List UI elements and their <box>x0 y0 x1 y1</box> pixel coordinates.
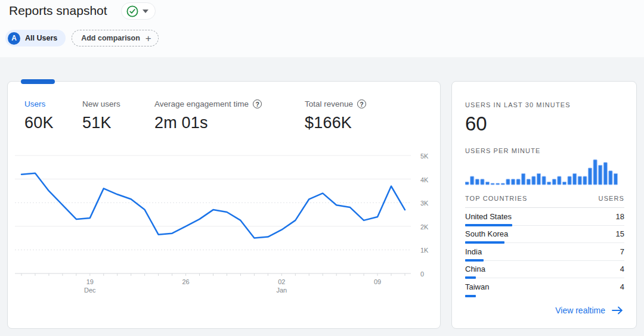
avatar: A <box>8 32 20 45</box>
table-row: South Korea 15 <box>465 226 624 244</box>
help-icon[interactable] <box>357 99 366 108</box>
country-name: South Korea <box>465 229 508 238</box>
view-realtime-link[interactable]: View realtime <box>555 306 623 315</box>
plus-icon <box>145 33 151 43</box>
view-realtime-label: View realtime <box>555 306 605 315</box>
svg-text:3K: 3K <box>420 200 429 207</box>
metrics-row: Users 60K New users 51K Average engageme… <box>24 99 366 132</box>
country-users: 15 <box>616 229 624 238</box>
svg-text:26: 26 <box>182 278 189 285</box>
country-name: China <box>465 265 485 273</box>
report-status-dropdown[interactable] <box>121 2 156 20</box>
svg-text:19: 19 <box>86 278 94 285</box>
metric-avg-engagement-label[interactable]: Average engagement time <box>154 99 249 108</box>
svg-text:02: 02 <box>278 278 285 285</box>
table-row: China 4 <box>465 261 624 279</box>
page-title: Reports snapshot <box>9 4 107 18</box>
metric-new-users-value: 51K <box>82 114 154 132</box>
svg-text:4K: 4K <box>420 176 429 183</box>
realtime-card: USERS IN LAST 30 MINUTES 60 USERS PER MI… <box>451 81 637 329</box>
active-tab-indicator <box>21 79 55 84</box>
svg-text:Dec: Dec <box>84 287 96 294</box>
svg-text:0: 0 <box>420 270 424 278</box>
metric-total-revenue-label[interactable]: Total revenue <box>305 99 353 108</box>
country-users: 7 <box>620 247 624 256</box>
users-column-header: USERS <box>599 195 624 202</box>
svg-text:5K: 5K <box>420 153 429 160</box>
help-icon[interactable] <box>253 99 262 108</box>
all-users-chip[interactable]: A All Users <box>5 30 66 46</box>
country-users: 4 <box>620 265 624 273</box>
users-per-minute-chart[interactable] <box>465 157 619 186</box>
metric-users-value: 60K <box>24 114 82 132</box>
table-row: Taiwan 4 <box>465 278 624 296</box>
add-comparison-label: Add comparison <box>81 34 140 42</box>
country-name: United States <box>465 212 512 221</box>
reports-snapshot-card: Users 60K New users 51K Average engageme… <box>7 81 441 329</box>
svg-text:09: 09 <box>374 278 381 285</box>
metric-users-label[interactable]: Users <box>24 99 82 108</box>
svg-text:Jan: Jan <box>276 287 287 294</box>
metric-avg-engagement[interactable]: Average engagement time 2m 01s <box>154 99 305 132</box>
country-users: 4 <box>620 282 624 291</box>
country-name: Taiwan <box>465 282 489 291</box>
all-users-chip-label: All Users <box>25 34 57 42</box>
svg-text:1K: 1K <box>420 247 429 254</box>
top-countries-table: TOP COUNTRIES USERS United States 18 Sou… <box>465 195 624 296</box>
country-users: 18 <box>616 212 624 221</box>
metric-total-revenue[interactable]: Total revenue $166K <box>305 99 366 132</box>
country-name: India <box>465 247 482 256</box>
users-line-chart[interactable]: 5K4K3K2K1K019Dec2602Jan09 <box>8 148 441 303</box>
top-countries-header: TOP COUNTRIES <box>465 195 527 202</box>
svg-text:2K: 2K <box>420 223 429 231</box>
users-last-30-label: USERS IN LAST 30 MINUTES <box>465 101 571 108</box>
users-per-minute-label: USERS PER MINUTE <box>465 147 540 154</box>
table-row: United States 18 <box>465 208 624 226</box>
users-last-30-value: 60 <box>465 113 487 135</box>
table-row: India 7 <box>465 243 624 261</box>
comparison-chips-row: A All Users Add comparison <box>5 30 159 46</box>
arrow-right-icon <box>612 306 623 315</box>
metric-total-revenue-value: $166K <box>305 114 366 132</box>
metric-avg-engagement-value: 2m 01s <box>154 114 305 132</box>
add-comparison-chip[interactable]: Add comparison <box>72 30 159 46</box>
country-bar <box>465 295 476 297</box>
metric-new-users[interactable]: New users 51K <box>82 99 154 132</box>
metric-new-users-label[interactable]: New users <box>82 99 154 108</box>
chevron-down-icon <box>143 10 148 13</box>
metric-users[interactable]: Users 60K <box>24 99 82 132</box>
check-circle-icon <box>126 5 138 17</box>
